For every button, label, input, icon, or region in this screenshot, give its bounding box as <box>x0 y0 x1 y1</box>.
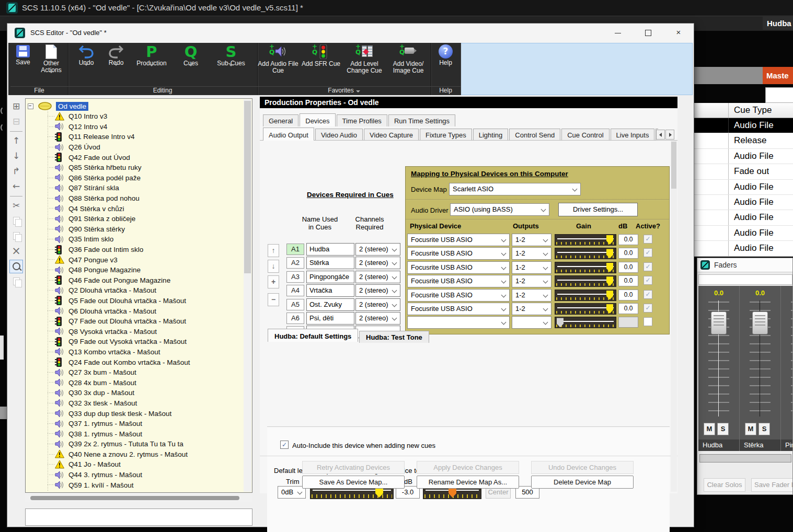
tree-vertical-scrollbar[interactable] <box>244 99 251 492</box>
active-checkbox[interactable]: ✓ <box>643 276 652 285</box>
outputs-select[interactable] <box>512 316 551 329</box>
tab-run-time-settings[interactable]: Run Time Settings <box>388 114 455 126</box>
cut-icon[interactable]: ✂ <box>9 199 23 213</box>
move-down-icon[interactable]: ↓ <box>9 149 23 163</box>
tree-item[interactable]: Q59 1. kvílí - Mašout <box>26 480 243 490</box>
gain-db-field[interactable]: 0.0 <box>618 275 638 286</box>
subtab-control-send[interactable]: Control Send <box>509 129 560 141</box>
close-button[interactable]: × <box>667 24 690 41</box>
tree-item[interactable]: Q2 Dlouhá vrtačka - Mašout <box>26 285 243 296</box>
device-channels-select[interactable]: 2 (stereo) <box>355 298 400 311</box>
cue-type-row[interactable]: Audio File <box>694 195 793 210</box>
physical-device-select[interactable]: Focusrite USB ASIO <box>407 303 510 315</box>
cues-button[interactable]: Q Cues <box>173 43 209 86</box>
save-fader-levels-button[interactable]: Save Fader L <box>751 478 793 492</box>
add-device-button[interactable]: + <box>268 275 279 288</box>
outputs-select[interactable]: 1-2 <box>512 247 551 260</box>
active-checkbox[interactable]: ✓ <box>643 304 652 313</box>
device-name-field[interactable]: Ost. Zvuky <box>306 298 354 311</box>
remove-device-button[interactable]: − <box>268 293 279 306</box>
active-checkbox[interactable] <box>643 317 652 326</box>
tree-item[interactable]: Q90 Stěrka stěrky <box>26 224 243 235</box>
gain-db-field[interactable]: 0.0 <box>618 303 638 314</box>
device-name-field[interactable]: Hudba <box>306 243 354 256</box>
device-channels-select[interactable]: 2 (stereo) <box>355 271 400 283</box>
cue-type-row[interactable]: Audio File <box>694 149 793 164</box>
sub-cues-button[interactable]: S Sub-Cues <box>209 43 253 86</box>
add-sfr-cue-button[interactable]: +Q Add SFR Cue <box>299 43 343 86</box>
device-id[interactable]: A4 <box>286 285 304 296</box>
outputs-select[interactable]: 1-2 <box>512 275 551 287</box>
rename-device-map-button[interactable]: Rename Device Map As... <box>417 476 519 489</box>
scrollbar-thumb[interactable] <box>30 496 239 500</box>
copy-icon[interactable] <box>9 214 23 228</box>
trim-select[interactable]: 0dB <box>278 486 306 499</box>
move-up-icon[interactable]: ↑ <box>9 134 23 148</box>
faders-titlebar[interactable]: Faders <box>697 258 793 272</box>
tree-horizontal-scrollbar[interactable] <box>25 494 252 502</box>
subtab-fixture-types[interactable]: Fixture Types <box>420 129 472 141</box>
apply-device-changes-button[interactable]: Apply Device Changes <box>417 461 519 474</box>
gain-db-field[interactable]: 0.0 <box>618 290 638 300</box>
editor-titlebar[interactable]: SCS Editor - "Od vedle" * × <box>7 24 694 43</box>
gain-slider[interactable] <box>555 234 616 246</box>
auto-include-checkbox[interactable]: ✓ <box>280 441 289 449</box>
other-actions-button[interactable]: Other Actions <box>36 43 67 86</box>
move-left-icon[interactable]: ← <box>9 180 23 193</box>
subtab-live-inputs[interactable]: Live Inputs <box>611 129 655 141</box>
gain-db-field[interactable]: 0.0 <box>618 234 638 245</box>
physical-device-select[interactable]: Focusrite USB ASIO <box>407 289 510 302</box>
device-name-field[interactable]: Psi, děti <box>306 312 354 325</box>
subtab-lighting[interactable]: Lighting <box>473 129 509 141</box>
driver-settings-button[interactable]: Driver Settings... <box>558 203 638 216</box>
tree-item[interactable]: Q32 3x tlesk - Mašout <box>26 398 243 409</box>
cue-type-row[interactable]: Audio File <box>694 241 793 256</box>
save-as-device-map-button[interactable]: Save As Device Map... <box>302 476 405 489</box>
active-checkbox[interactable]: ✓ <box>643 290 652 299</box>
tab-test-tone[interactable]: Hudba: Test Tone <box>359 331 429 343</box>
cue-type-row[interactable]: Fade out <box>694 164 793 179</box>
active-checkbox[interactable]: ✓ <box>643 262 652 271</box>
device-id[interactable]: A1 <box>286 244 304 255</box>
cue-type-row[interactable]: Audio File <box>694 118 793 133</box>
device-id[interactable]: A3 <box>286 271 304 283</box>
device-map-select[interactable]: Scarlett ASIO <box>449 183 581 195</box>
tree-item[interactable]: Q91 Stěrka z obličeje <box>26 214 243 224</box>
cue-type-row[interactable]: Release <box>694 133 793 148</box>
tree-item[interactable]: Q11 Release Intro v4 <box>26 132 243 142</box>
cue-type-row[interactable]: Audio File <box>694 210 793 225</box>
tree-item[interactable]: Q5 Fade out Dlouhá vrtačka - Mašout <box>26 296 243 306</box>
physical-device-select[interactable]: Focusrite USB ASIO <box>407 275 510 287</box>
tree-item[interactable]: Q87 Stírání skla <box>26 183 243 193</box>
tree-root-row[interactable]: Od vedle <box>28 101 88 111</box>
tree-item[interactable]: Q35 Intim sklo <box>26 234 243 245</box>
tree-item[interactable]: Q44 3. rytmus - Mašout <box>26 470 243 480</box>
cue-type-row[interactable]: Audio File <box>694 180 793 195</box>
add-video-image-cue-button[interactable]: +Q Add Video/ Image Cue <box>386 43 431 86</box>
subtab-cue-control[interactable]: Cue Control <box>561 129 609 141</box>
production-button[interactable]: P Production <box>131 43 173 86</box>
tree-item[interactable]: Q46 Fade out Pongue Magazine <box>26 275 243 286</box>
delete-device-map-button[interactable]: Delete Device Map <box>531 476 634 489</box>
gain-slider[interactable] <box>555 317 616 328</box>
tree-item[interactable]: Q10 Intro v3 <box>26 111 243 122</box>
tree-item[interactable]: Q30 3x dup - Mašout <box>26 388 243 398</box>
tree-item[interactable]: Q42 Fade out Úvod <box>26 152 243 163</box>
gain-db-field[interactable]: 0.0 <box>618 248 638 259</box>
tree-item[interactable]: Q12 Intro v4 <box>26 122 243 132</box>
clear-solos-button[interactable]: Clear Solos <box>704 478 745 492</box>
gain-db-field[interactable]: 0.0 <box>618 262 638 273</box>
hudba-tab[interactable]: Hudba <box>763 17 793 30</box>
add-level-change-cue-button[interactable]: +Q Add Level Change Cue <box>343 43 386 86</box>
cue-type-row[interactable]: Audio File <box>694 226 793 241</box>
audio-driver-select[interactable]: ASIO (using BASS) <box>450 203 549 216</box>
move-up-button[interactable]: ↑ <box>268 244 279 257</box>
tree-item[interactable]: Q85 Stěrka hřbetu ruky <box>26 163 243 173</box>
redo-button[interactable]: Redo <box>101 43 131 86</box>
tree-item[interactable]: Q39 2x 2. rytmus - Tututa Tu ta Tu ta <box>26 439 243 449</box>
device-name-field[interactable]: Vrtačka <box>306 284 354 297</box>
tree-item[interactable]: Q37 1. rytmus - Mašout <box>26 419 243 429</box>
gain-db-field[interactable] <box>618 317 638 328</box>
tree-item[interactable]: Q36 Fade out Intim sklo <box>26 245 243 255</box>
tab-scroll-right-button[interactable] <box>665 130 674 140</box>
